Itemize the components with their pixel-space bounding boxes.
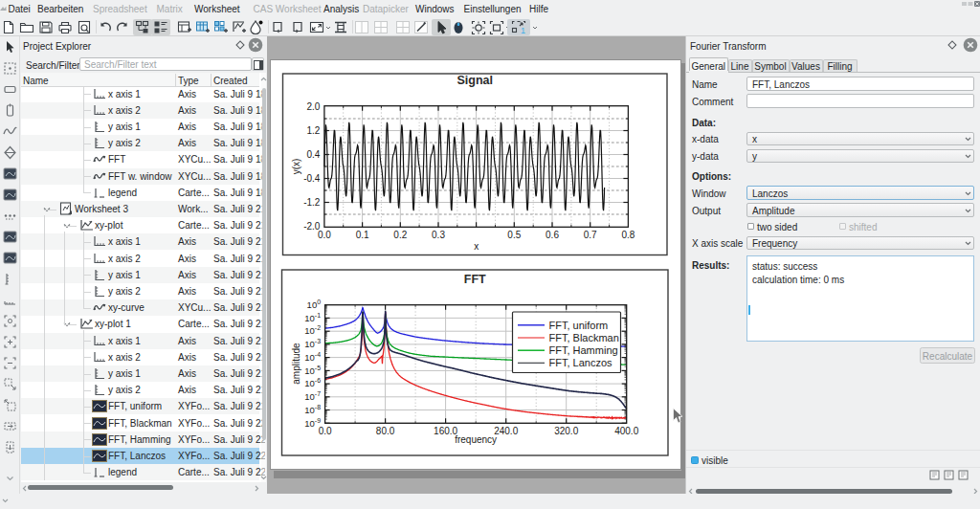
svg-text:amplitude: amplitude	[291, 343, 301, 385]
svg-text:frequency: frequency	[455, 434, 497, 445]
svg-text:0.6: 0.6	[546, 230, 559, 240]
svg-text:-1.2: -1.2	[303, 197, 321, 208]
svg-text:320.0: 320.0	[554, 426, 578, 436]
svg-text:0.4: 0.4	[306, 149, 320, 160]
svg-text:240.0: 240.0	[494, 426, 518, 436]
svg-text:FFT, Blackman: FFT, Blackman	[549, 332, 619, 343]
svg-text:0.3: 0.3	[432, 230, 445, 240]
svg-text:0.8: 0.8	[621, 230, 635, 240]
svg-text:0.0: 0.0	[319, 426, 332, 436]
svg-text:Signal: Signal	[457, 74, 493, 87]
svg-text:y(x): y(x)	[291, 159, 301, 175]
svg-text:FFT, Lanczos: FFT, Lanczos	[549, 357, 613, 368]
svg-text:2.0: 2.0	[306, 101, 320, 112]
svg-text:0.0: 0.0	[318, 230, 331, 240]
svg-text:0.7: 0.7	[584, 230, 597, 240]
svg-text:0.5: 0.5	[507, 230, 521, 240]
svg-text:80.0: 80.0	[376, 426, 395, 436]
svg-text:0.1: 0.1	[356, 230, 369, 240]
svg-text:1.2: 1.2	[306, 125, 320, 136]
svg-text:x: x	[474, 241, 479, 252]
svg-text:-0.4: -0.4	[303, 173, 321, 184]
svg-text:FFT, uniform: FFT, uniform	[549, 320, 609, 331]
svg-text:FFT, Hamming: FFT, Hamming	[549, 344, 618, 356]
svg-text:0.2: 0.2	[393, 230, 407, 240]
svg-text:FFT: FFT	[464, 273, 486, 286]
svg-text:400.0: 400.0	[614, 426, 638, 436]
